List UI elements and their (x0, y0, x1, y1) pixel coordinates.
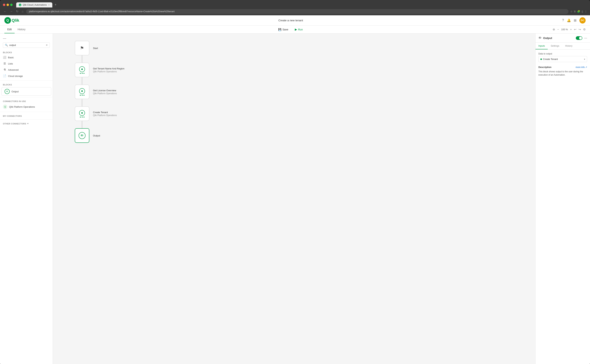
sidebar-item-advanced[interactable]: ⚗ Advanced (0, 67, 53, 73)
qpo-inner-dot (81, 69, 83, 70)
sidebar-toggle-icon[interactable]: ▯ (582, 10, 583, 13)
panel-eye-icon: 👁 (538, 36, 542, 40)
zoom-level: 100 % (561, 28, 568, 31)
qpo-lines-3 (80, 117, 84, 117)
other-connectors-header[interactable]: OTHER CONNECTORS ▾ (0, 121, 53, 126)
browser-navbar: ← → ↻ ⌂ ☆ ⎘ 🧩 ▯ ⋮ (0, 7, 590, 15)
rss-icon[interactable]: ⎘ (574, 10, 576, 13)
flask-icon: ⚗ (3, 68, 6, 72)
node-block-get-tenant[interactable] (75, 63, 89, 77)
sidebar-item-basic[interactable]: ⬜ Basic (0, 54, 53, 60)
flow-connector-1 (82, 55, 82, 63)
qpo-dot-9 (84, 117, 84, 117)
node-block-start[interactable]: ⚑ (75, 41, 89, 55)
home-button[interactable]: ⌂ (21, 9, 24, 14)
right-panel: 👁 Output — Inputs Settings (535, 33, 590, 364)
connectors-in-use-label: CONNECTORS IN USE (0, 99, 53, 103)
dropdown-selected-value: Create Tenant (543, 58, 558, 60)
close-dot[interactable] (3, 4, 5, 6)
new-tab-button[interactable]: + (53, 2, 58, 7)
maximize-dot[interactable] (10, 4, 13, 6)
tab-close-button[interactable]: ✕ (48, 4, 50, 6)
data-to-output-dropdown[interactable]: Create Tenant ▾ (538, 56, 587, 62)
node-title-output: Output (93, 134, 100, 137)
panel-close-button[interactable]: — (584, 36, 587, 40)
settings-icon[interactable]: ⚙ (583, 28, 586, 31)
grid-icon[interactable]: ⊞ (574, 18, 577, 22)
save-label: Save (282, 28, 288, 31)
node-block-get-license[interactable] (75, 84, 89, 99)
qpo-dot-2 (82, 73, 83, 74)
logo: Q Qlik (4, 17, 19, 24)
canvas-area[interactable]: ⚑ Start (53, 33, 535, 364)
panel-body: Data to output Create Tenant ▾ Descripti… (536, 50, 590, 364)
qpo-block-create-tenant (79, 110, 85, 117)
node-block-create-tenant[interactable] (75, 106, 89, 121)
back-button[interactable]: ← (3, 9, 7, 14)
extensions-icon[interactable]: 🧩 (577, 10, 580, 13)
panel-tab-settings[interactable]: Settings (548, 43, 562, 49)
zoom-out-icon[interactable]: − (557, 28, 559, 31)
node-label-get-tenant: Get Tenant Name And Region Qlik Platform… (93, 67, 125, 73)
description-text: This block shows output to the user duri… (538, 70, 587, 77)
node-label-output: Output (93, 134, 100, 137)
search-icon: 🔍 (5, 44, 8, 46)
qpo-ring-icon (79, 66, 85, 72)
more-info-link[interactable]: more info ↗ (576, 66, 587, 69)
tab-history[interactable]: History (15, 26, 28, 33)
sidebar-item-label: Advanced (8, 69, 19, 71)
qpo-block-get-license (79, 88, 85, 96)
bell-icon[interactable]: 🔔 (567, 18, 571, 22)
list-icon: ☰ (3, 62, 6, 65)
qpo-dot-1 (80, 73, 81, 74)
panel-tab-history[interactable]: History (562, 43, 575, 49)
zoom-in-icon[interactable]: + (570, 28, 572, 31)
right-panel-header: 👁 Output — (536, 33, 590, 43)
description-label: Description (538, 66, 551, 69)
save-button[interactable]: 💾 Save (276, 27, 290, 32)
redo-icon[interactable]: ↪ (578, 28, 581, 31)
flow-container: ⚑ Start (60, 41, 528, 143)
panel-toggle[interactable] (576, 36, 582, 40)
flow-connector-3 (82, 99, 82, 106)
sidebar-item-lists[interactable]: ☰ Lists (0, 60, 53, 67)
sidebar-minimize-button[interactable]: — (0, 36, 53, 42)
node-label-start: Start (93, 47, 98, 50)
qpo-inner-dot-2 (81, 90, 83, 92)
qpo-connector-icon: Q (3, 104, 7, 109)
url-bar[interactable] (26, 9, 569, 14)
forward-button[interactable]: → (9, 9, 13, 14)
reload-button[interactable]: ↻ (15, 9, 19, 14)
header-icons: ? 🔔 ⊞ DC (562, 17, 586, 24)
panel-tab-inputs[interactable]: Inputs (536, 43, 548, 49)
sidebar-item-qlik-platform-ops[interactable]: Q Qlik Platform Operations (0, 103, 53, 110)
flag-icon: ⚑ (80, 46, 84, 51)
bookmark-icon[interactable]: ☆ (570, 10, 573, 13)
user-avatar[interactable]: DC (579, 17, 586, 24)
flow-connector-4 (82, 121, 82, 128)
help-icon[interactable]: ? (562, 18, 564, 22)
main-content: — 🔍 ✕ BLOCKS ⬜ Basic ☰ Lists ⚗ Adv (0, 33, 590, 364)
tab-edit[interactable]: Edit (4, 26, 15, 33)
node-block-output[interactable]: 👁 (75, 128, 89, 143)
flow-connector-2 (82, 77, 82, 84)
browser-tab[interactable]: Q Qlik Cloud | Automations ✕ (16, 2, 52, 7)
browser-dots (3, 4, 13, 6)
minimize-dot[interactable] (7, 4, 9, 6)
snap-icon[interactable]: ⊕ (553, 28, 555, 31)
run-button[interactable]: ▶ Run (293, 26, 305, 32)
sidebar-item-output[interactable]: 👁 Output (1, 87, 51, 96)
undo-icon[interactable]: ↩ (574, 28, 576, 31)
panel-title-row: 👁 Output (538, 36, 552, 40)
node-subtitle-create-tenant: Qlik Platform Operations (93, 114, 117, 117)
node-title-start: Start (93, 47, 98, 50)
logo-text: Qlik (12, 18, 19, 23)
field-label-data-to-output: Data to output (538, 52, 587, 55)
sidebar-item-cloud-storage[interactable]: 📄 Cloud storage (0, 73, 53, 79)
search-clear-icon[interactable]: ✕ (46, 44, 48, 46)
more-options-icon[interactable]: ⋮ (584, 10, 587, 13)
nav-icons: ☆ ⎘ 🧩 ▯ ⋮ (570, 10, 587, 13)
toggle-switch[interactable] (576, 36, 582, 40)
search-input[interactable] (9, 44, 44, 46)
qpo-dot-7 (80, 117, 81, 117)
